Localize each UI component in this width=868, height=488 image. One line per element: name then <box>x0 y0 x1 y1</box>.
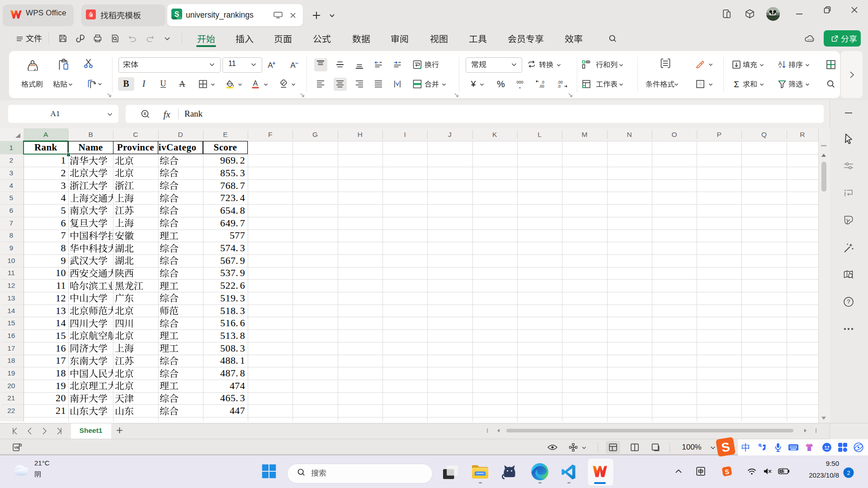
svg-text:S: S <box>175 10 179 18</box>
svg-text:VB: VB <box>14 446 19 450</box>
svg-text:B: B <box>123 80 129 89</box>
svg-text:?: ? <box>847 298 850 305</box>
svg-text:.00: .00 <box>539 84 544 89</box>
svg-text:A: A <box>179 80 185 89</box>
svg-text:Σ: Σ <box>734 80 739 89</box>
svg-text:A: A <box>778 61 782 67</box>
svg-text:I: I <box>142 80 146 89</box>
svg-text:U: U <box>160 80 166 88</box>
svg-text:A: A <box>290 61 296 70</box>
svg-text:A: A <box>268 61 273 70</box>
svg-text:,: , <box>519 83 520 89</box>
svg-text:A: A <box>253 80 258 87</box>
svg-text:.0: .0 <box>557 84 561 89</box>
